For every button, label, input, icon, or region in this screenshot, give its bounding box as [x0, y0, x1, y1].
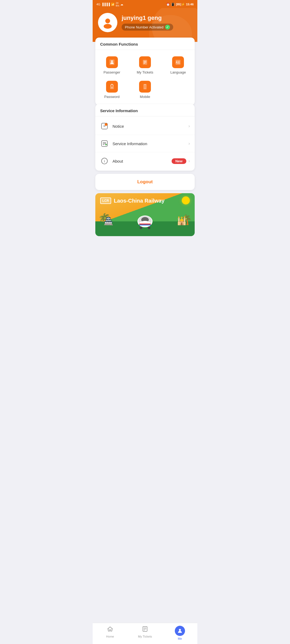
svg-text:✉: ✉	[103, 125, 106, 127]
monument-icon: 🕌	[177, 216, 187, 225]
notice-label: Notice	[113, 124, 189, 129]
svg-point-11	[111, 87, 112, 88]
svg-point-33	[148, 226, 150, 229]
svg-text:✓: ✓	[106, 144, 107, 146]
my-tickets-label: My Tickets	[137, 70, 153, 74]
profile-info: junying1 geng Phone Number Activated	[122, 14, 173, 31]
svg-text:i: i	[104, 159, 105, 163]
status-right: ⏰ 📳 [85]⚡ 15:46	[166, 3, 194, 6]
lcr-logo: LCR	[100, 197, 111, 204]
password-icon	[106, 81, 118, 93]
vibrate-icon: 📳	[171, 3, 175, 6]
phone-badge: Phone Number Activated	[122, 24, 173, 31]
status-bar: 4G ▐▐▐▐ 📶 24B/s ☁ ⏰ 📳 [85]⚡ 15:46	[93, 0, 197, 8]
passenger-label: Passenger	[104, 70, 120, 74]
temple-icon: 🏯	[103, 216, 113, 225]
svg-point-32	[140, 226, 142, 229]
svg-point-3	[111, 60, 113, 62]
wifi-icon: 📶	[111, 3, 115, 6]
logout-card: Logout	[95, 174, 195, 190]
data-speed: 24B/s	[116, 2, 119, 7]
lcr-banner-top: LCR Laos-China Railway	[95, 193, 195, 207]
notice-icon: ✉	[100, 122, 109, 130]
my-tickets-icon	[139, 56, 151, 68]
mobile-button[interactable]: Mobile	[128, 78, 161, 102]
about-icon: i	[100, 157, 109, 165]
mobile-label: Mobile	[140, 95, 150, 99]
about-item[interactable]: i About New ›	[95, 152, 195, 170]
common-functions-card: Common Functions Passenger	[95, 38, 195, 105]
svg-text:A文: A文	[176, 61, 180, 64]
sun-icon	[182, 196, 190, 204]
passenger-button[interactable]: Passenger	[95, 53, 128, 78]
password-button[interactable]: Password	[95, 78, 128, 102]
service-list: ✉ Notice › ✓ Service Information ›	[95, 116, 195, 171]
notice-chevron: ›	[189, 124, 190, 129]
svg-point-13	[145, 88, 145, 89]
network-icon: 4G	[96, 3, 100, 6]
service-information-title: Service Information	[95, 104, 195, 116]
language-button[interactable]: A文 Language	[162, 53, 195, 78]
alarm-icon: ⏰	[166, 3, 170, 6]
password-label: Password	[104, 95, 119, 99]
banner-train	[136, 213, 154, 228]
service-information-card: Service Information ✉ Notice ›	[95, 104, 195, 171]
about-chevron: ›	[189, 159, 190, 163]
svg-point-1	[104, 24, 112, 29]
phone-badge-text: Phone Number Activated	[125, 25, 164, 29]
service-info-label: Service Information	[113, 141, 189, 146]
verified-icon	[165, 25, 170, 30]
notice-item[interactable]: ✉ Notice ›	[95, 118, 195, 135]
common-functions-title: Common Functions	[95, 38, 195, 50]
language-icon: A文	[172, 56, 184, 68]
banner-scene: 🌴 🌴 🏯 🕌	[95, 207, 195, 236]
clock: 15:46	[186, 3, 194, 6]
svg-rect-31	[139, 225, 151, 225]
mobile-icon	[139, 81, 151, 93]
signal-icon: ▐▐▐▐	[102, 3, 110, 6]
status-left: 4G ▐▐▐▐ 📶 24B/s ☁	[96, 2, 123, 7]
logout-button[interactable]: Logout	[95, 174, 195, 190]
my-tickets-button[interactable]: My Tickets	[128, 53, 161, 78]
svg-point-0	[105, 19, 110, 23]
profile-header: junying1 geng Phone Number Activated	[93, 8, 197, 42]
profile-name: junying1 geng	[122, 14, 173, 21]
language-label: Language	[170, 70, 186, 74]
service-info-item[interactable]: ✓ Service Information ›	[95, 135, 195, 152]
about-label: About	[113, 159, 172, 163]
cloud-icon: ☁	[120, 3, 123, 6]
new-badge: New	[172, 158, 186, 164]
battery-indicator: [85]⚡	[176, 3, 185, 6]
lcr-banner: LCR Laos-China Railway	[95, 193, 195, 236]
lcr-title: Laos-China Railway	[114, 198, 165, 204]
avatar[interactable]	[98, 13, 117, 32]
passenger-icon	[106, 56, 118, 68]
svg-rect-14	[144, 85, 146, 85]
service-info-chevron: ›	[189, 141, 190, 146]
svg-rect-30	[139, 224, 151, 225]
service-info-icon: ✓	[100, 139, 109, 148]
common-functions-grid: Passenger My Tickets A文 Language	[95, 50, 195, 105]
